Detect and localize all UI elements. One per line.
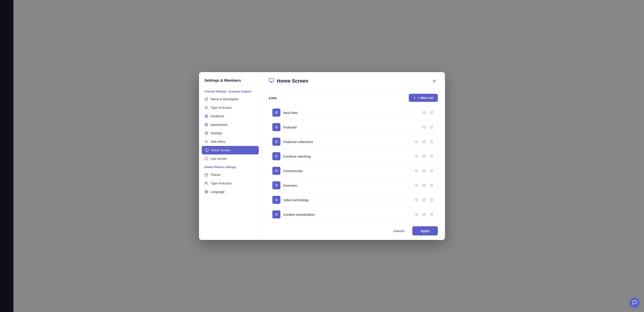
drag-icon[interactable] [272, 181, 280, 189]
sidebar-geofence-label: Geofence [211, 114, 224, 118]
cancel-button[interactable]: Cancel [389, 227, 409, 235]
delete-list-button[interactable] [429, 183, 434, 188]
list-item-actions [414, 154, 434, 159]
sidebar-theme-label: Theme [211, 173, 220, 177]
drag-icon[interactable] [272, 123, 280, 131]
drag-icon[interactable] [272, 167, 280, 175]
delete-list-button[interactable] [429, 139, 434, 144]
sidebar-appearance-label: Appearance [211, 123, 228, 126]
visibility-toggle-button[interactable] [414, 197, 419, 203]
visibility-toggle-button[interactable] [414, 212, 419, 217]
svg-point-15 [205, 182, 206, 183]
sidebar-item-side-menu[interactable]: Side Menu [199, 137, 262, 146]
list-item-actions [414, 139, 434, 144]
edit-list-button[interactable] [421, 183, 427, 188]
appearance-icon [204, 123, 208, 127]
visibility-toggle-button[interactable] [414, 154, 419, 159]
lists-container: Next lives Featured [269, 105, 438, 222]
apply-button[interactable]: Apply [412, 226, 438, 235]
edit-list-button[interactable] [429, 110, 434, 115]
delete-list-button[interactable] [429, 154, 434, 159]
sidebar-item-geofence[interactable]: Geofence [199, 112, 262, 120]
edit-list-button[interactable] [421, 154, 427, 159]
list-item-name: Overview [283, 184, 411, 187]
svg-rect-18 [269, 79, 274, 82]
sidebar-item-language[interactable]: Language [199, 188, 262, 196]
svg-point-40 [416, 156, 417, 157]
sidebar-item-name-description[interactable]: Name & Description [199, 95, 262, 103]
sidebar-item-appearance[interactable]: Appearance [199, 120, 262, 129]
edit-list-button[interactable] [421, 197, 427, 203]
pencil-icon [204, 97, 208, 101]
edit-list-button[interactable] [421, 168, 427, 173]
list-item-name: Featured [283, 125, 418, 129]
svg-rect-12 [205, 157, 208, 159]
lists-section-label: Lists [269, 96, 276, 100]
svg-point-36 [416, 141, 417, 142]
drag-icon[interactable] [272, 210, 280, 218]
sidebar-item-live-screen[interactable]: Live Screen [199, 154, 262, 163]
visibility-toggle-button[interactable] [414, 183, 419, 188]
svg-point-5 [206, 133, 207, 134]
sidebar-global-type-of-access-label: Type of Access [211, 181, 232, 185]
edit-list-button[interactable] [429, 124, 434, 130]
list-item-name: Featured collections [283, 140, 411, 144]
sidebar-title: Settings & Members [199, 78, 262, 87]
visibility-toggle-button[interactable] [414, 139, 419, 144]
list-item: Commercials [269, 164, 438, 178]
delete-list-button[interactable] [429, 212, 434, 217]
settings-modal: Settings & Members Channel Settings - Ac… [199, 72, 445, 240]
modal-footer: Cancel Apply [262, 222, 445, 240]
list-item-actions [421, 110, 434, 115]
drag-icon[interactable] [272, 152, 280, 160]
list-item-name: Content monetization [283, 213, 411, 216]
global-section-label: Global Platform Settings: [199, 163, 262, 171]
language-icon [204, 190, 208, 194]
drag-icon[interactable] [272, 109, 280, 117]
sidebar-item-theme[interactable]: Theme [199, 171, 262, 179]
drag-icon[interactable] [272, 196, 280, 204]
visibility-toggle-button[interactable] [421, 110, 427, 115]
svg-point-48 [416, 185, 417, 186]
svg-point-52 [416, 199, 417, 200]
sidebar-type-of-access-label: Type of Access [211, 106, 232, 109]
edit-list-button[interactable] [421, 139, 427, 144]
sidebar-item-global-type-of-access[interactable]: Type of Access [199, 179, 262, 188]
home-screen-header-icon [269, 78, 274, 84]
list-item-actions [414, 197, 434, 203]
sidebar-item-settings[interactable]: Settings [199, 129, 262, 137]
close-button[interactable] [431, 78, 438, 85]
menu-icon [204, 140, 208, 144]
sidebar-live-screen-label: Live Screen [211, 157, 227, 160]
users-icon [204, 106, 208, 110]
sidebar-home-screen-label: Home Screen [211, 148, 230, 152]
modal-overlay: Settings & Members Channel Settings - Ac… [0, 0, 644, 312]
channel-section-label: Channel Settings - Academy English: [199, 87, 262, 95]
edit-list-button[interactable] [421, 212, 427, 217]
sidebar-item-home-screen[interactable]: Home Screen [202, 146, 259, 154]
list-item-name: Continue watching [283, 154, 411, 158]
list-item-name: Next lives [283, 111, 418, 115]
visibility-toggle-button[interactable] [421, 124, 427, 130]
modal-header-left: Home Screen [269, 78, 308, 84]
lists-header: Lists + New List [269, 94, 438, 102]
new-list-button[interactable]: + New List [409, 94, 438, 102]
sidebar-language-label: Language [211, 190, 224, 194]
svg-point-28 [424, 112, 424, 113]
drag-icon[interactable] [272, 138, 280, 146]
visibility-toggle-button[interactable] [414, 168, 419, 173]
live-screen-icon [204, 157, 208, 161]
svg-point-56 [416, 214, 417, 215]
list-item: Featured collections [269, 135, 438, 149]
list-item-name: Commercials [283, 169, 411, 173]
sidebar-item-type-of-access[interactable]: Type of Access [199, 103, 262, 112]
global-users-icon [204, 181, 208, 185]
list-item-actions [414, 212, 434, 217]
sidebar: Settings & Members Channel Settings - Ac… [199, 72, 262, 240]
list-item-name: Video technology [283, 198, 411, 202]
delete-list-button[interactable] [429, 168, 434, 173]
delete-list-button[interactable] [429, 197, 434, 203]
globe-icon [204, 114, 208, 118]
home-screen-icon [205, 148, 209, 152]
support-bubble[interactable] [630, 298, 640, 307]
